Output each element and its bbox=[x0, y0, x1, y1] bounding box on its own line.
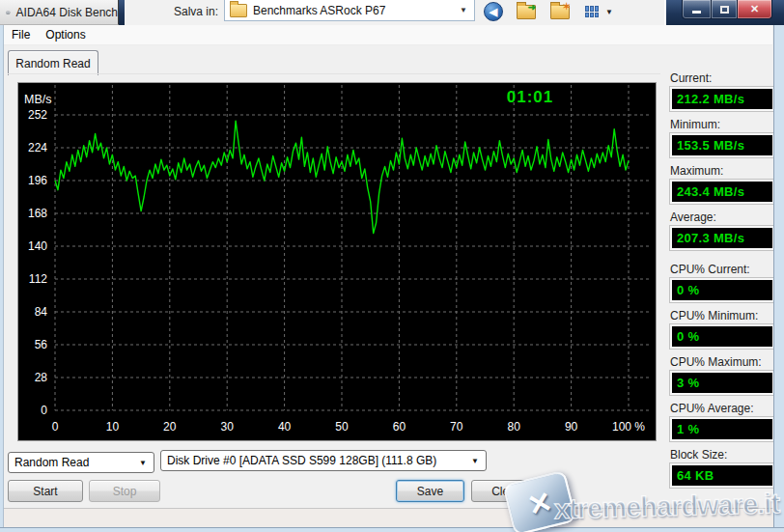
stat-label: CPU% Average: bbox=[670, 402, 776, 415]
stat-value-box: 212.2 MB/s bbox=[670, 87, 774, 111]
tab-random-read[interactable]: Random Read bbox=[8, 50, 98, 75]
y-tick-label: 0 bbox=[41, 404, 47, 417]
y-tick-label: 140 bbox=[28, 239, 47, 253]
menu-file[interactable]: File bbox=[4, 28, 38, 42]
views-icon bbox=[585, 6, 599, 17]
window-border-right bbox=[773, 25, 784, 532]
save-button[interactable]: Save bbox=[396, 480, 464, 502]
window-title: AIDA64 Disk Bench bbox=[16, 6, 118, 19]
y-tick-label: 112 bbox=[29, 272, 47, 286]
x-tick-label: 80 bbox=[508, 420, 521, 434]
tab-label: Random Read bbox=[15, 57, 90, 70]
stat-value-box: 64 KB bbox=[670, 463, 774, 488]
save-dialog-fragment: Salva in: Benchmarks ASRock P67 ▼ ◀ ➜ ✶ … bbox=[125, 0, 666, 25]
stat-value: 3 % bbox=[672, 376, 699, 390]
x-tick-label: 60 bbox=[393, 420, 406, 434]
x-tick-label: 20 bbox=[163, 420, 177, 434]
stat-value: 243.4 MB/s bbox=[672, 184, 744, 199]
stat-label: CPU% Maximum: bbox=[670, 355, 776, 369]
x-tick-label: 50 bbox=[335, 420, 349, 434]
stat-value-box: 3 % bbox=[670, 371, 774, 395]
chevron-down-icon: ▼ bbox=[139, 459, 147, 467]
tab-divider bbox=[8, 73, 660, 74]
save-in-label: Salva in: bbox=[174, 5, 218, 18]
stop-button[interactable]: Stop bbox=[89, 480, 160, 502]
y-tick-label: 56 bbox=[35, 338, 48, 351]
y-tick-label: 168 bbox=[28, 207, 47, 220]
stat-label: CPU% Minimum: bbox=[670, 309, 776, 322]
stat-value-box: 207.3 MB/s bbox=[670, 226, 774, 250]
up-folder-button[interactable]: ➜ bbox=[517, 2, 536, 21]
benchmark-chart: 2522241961681401128456280010203040506070… bbox=[17, 82, 657, 441]
stat-label: Minimum: bbox=[670, 118, 776, 131]
new-folder-button[interactable]: ✶ bbox=[550, 2, 570, 21]
y-tick-label: 84 bbox=[35, 305, 48, 319]
stat-value-box: 243.4 MB/s bbox=[670, 180, 774, 204]
window-controls: ✕ bbox=[682, 0, 772, 19]
chevron-down-icon: ▼ bbox=[471, 457, 479, 465]
minimize-button[interactable] bbox=[682, 0, 712, 19]
stat-value: 0 % bbox=[672, 329, 699, 344]
stat-value-box: 0 % bbox=[670, 278, 774, 302]
back-icon: ◀ bbox=[484, 2, 503, 21]
test-type-value: Random Read bbox=[14, 456, 89, 469]
menu-bar: File Options bbox=[0, 25, 772, 45]
disk-icon bbox=[6, 6, 11, 19]
close-button[interactable]: ✕ bbox=[737, 0, 772, 19]
stat-value: 153.5 MB/s bbox=[672, 138, 744, 153]
x-tick-label: 30 bbox=[221, 420, 235, 434]
maximize-icon bbox=[720, 6, 729, 14]
app-titlebar: AIDA64 Disk Bench bbox=[0, 0, 119, 25]
disk-drive-value: Disk Drive #0 [ADATA SSD S599 128GB] (11… bbox=[167, 454, 436, 467]
stat-value-box: 153.5 MB/s bbox=[670, 133, 774, 157]
x-tick-label: 0 bbox=[52, 420, 59, 434]
minimize-icon bbox=[692, 11, 701, 14]
views-button[interactable] bbox=[582, 2, 602, 21]
watermark-text: xtremehardware.it bbox=[554, 488, 784, 525]
stat-label: Average: bbox=[670, 210, 776, 224]
y-tick-label: 252 bbox=[28, 108, 47, 122]
stat-value: 212.2 MB/s bbox=[672, 92, 744, 106]
x-tick-label: 70 bbox=[450, 420, 463, 434]
disk-drive-select[interactable]: Disk Drive #0 [ADATA SSD S599 128GB] (11… bbox=[160, 450, 487, 471]
y-tick-label: 224 bbox=[28, 141, 47, 154]
stat-value-box: 1 % bbox=[670, 417, 774, 441]
save-location-value: Benchmarks ASRock P67 bbox=[253, 4, 385, 17]
stat-value: 1 % bbox=[672, 422, 699, 436]
views-dropdown-icon[interactable]: ▼ bbox=[605, 8, 613, 16]
window-border-left bbox=[0, 25, 4, 532]
stat-value: 64 KB bbox=[672, 468, 714, 483]
stat-value-box: 0 % bbox=[670, 324, 774, 349]
y-tick-label: 28 bbox=[35, 371, 48, 384]
close-icon: ✕ bbox=[750, 3, 759, 15]
y-tick-label: 196 bbox=[28, 174, 47, 187]
stat-label: Current: bbox=[670, 71, 776, 85]
stat-label: Block Size: bbox=[670, 448, 776, 462]
folder-icon bbox=[230, 4, 247, 17]
menu-options[interactable]: Options bbox=[38, 28, 93, 42]
unit-label: MB/s bbox=[24, 93, 51, 106]
stat-label: CPU% Current: bbox=[670, 263, 776, 276]
chevron-down-icon: ▼ bbox=[460, 6, 467, 14]
save-location-select[interactable]: Benchmarks ASRock P67 ▼ bbox=[224, 0, 475, 21]
x-tick-label: 100 % bbox=[612, 420, 645, 434]
stat-value: 207.3 MB/s bbox=[672, 231, 744, 245]
x-tick-label: 40 bbox=[278, 420, 292, 434]
stat-value: 0 % bbox=[672, 283, 699, 297]
start-button[interactable]: Start bbox=[8, 480, 83, 502]
x-tick-label: 90 bbox=[565, 420, 578, 434]
back-button[interactable]: ◀ bbox=[484, 2, 503, 21]
elapsed-time: 01:01 bbox=[507, 88, 553, 106]
maximize-button[interactable] bbox=[712, 0, 737, 19]
window-border-bottom bbox=[0, 527, 784, 532]
test-type-select[interactable]: Random Read ▼ bbox=[8, 452, 154, 473]
stat-label: Maximum: bbox=[670, 164, 776, 178]
x-tick-label: 10 bbox=[106, 420, 120, 434]
